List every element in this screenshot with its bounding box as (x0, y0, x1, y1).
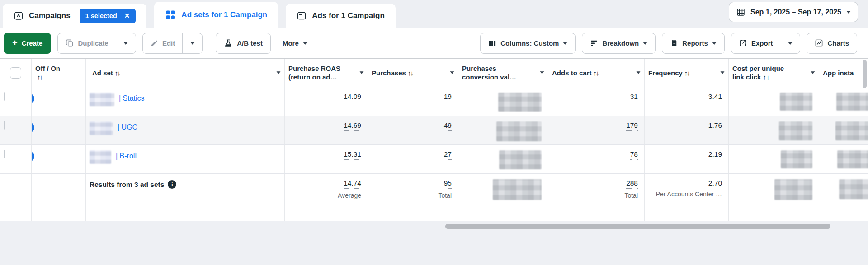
column-menu-icon[interactable] (277, 71, 281, 74)
table-row: | Statics 14.09 19 31 3.41 (0, 87, 868, 116)
duplicate-button[interactable]: Duplicate (58, 33, 116, 53)
columns-button[interactable]: Columns: Custom (480, 33, 576, 54)
export-button[interactable]: Export (731, 33, 780, 53)
adds-to-cart-value[interactable]: 31 (630, 93, 638, 102)
results-label: Results from 3 ad sets (90, 181, 164, 189)
column-header-purchase-roas[interactable]: Purchase ROAS(return on ad… (285, 59, 368, 87)
vertical-scrollbar[interactable] (863, 60, 867, 88)
summary-row: Results from 3 ad sets 14.74Average 95To… (0, 174, 868, 221)
column-menu-icon[interactable] (540, 71, 544, 74)
chevron-down-icon (846, 11, 851, 14)
adds-to-cart-value[interactable]: 78 (630, 150, 638, 160)
breakdown-button[interactable]: Breakdown (582, 33, 656, 54)
row-checkbox[interactable] (4, 92, 5, 101)
clear-selection-icon[interactable]: ✕ (124, 12, 130, 20)
column-header-adds-to-cart[interactable]: Adds to cart↑↓ (548, 59, 645, 87)
redacted-value (498, 93, 542, 112)
redacted-value (774, 179, 812, 200)
redacted-value (779, 121, 812, 140)
column-header-purchases-conversion-value[interactable]: Purchasesconversion val… (458, 59, 548, 87)
chevron-down-icon (563, 42, 567, 45)
ad-sets-icon (165, 9, 176, 20)
duplicate-icon (65, 39, 74, 47)
toolbar-divider (209, 34, 209, 53)
table-row: | UGC 14.69 49 179 1.76 (0, 116, 868, 145)
frequency-total-note: Per Accounts Center … (656, 191, 722, 198)
date-range-picker[interactable]: Sep 1, 2025 – Sep 17, 2025 (729, 2, 858, 22)
edit-button[interactable]: Edit (143, 33, 182, 53)
redacted-value (835, 121, 868, 140)
edit-split-button: Edit (142, 33, 203, 54)
frequency-value: 2.19 (708, 150, 722, 158)
column-menu-icon[interactable] (360, 71, 364, 74)
tab-campaigns[interactable]: Campaigns 1 selected ✕ (3, 4, 146, 28)
ad-sets-table: Off / On↑↓ Ad set↑↓ Purchase ROAS(return… (0, 59, 868, 221)
export-icon (739, 39, 747, 47)
purchases-value[interactable]: 19 (444, 93, 452, 102)
redacted-value (837, 150, 868, 168)
purchases-value[interactable]: 27 (444, 150, 452, 160)
roas-value[interactable]: 15.31 (344, 150, 361, 160)
tab-ads-label: Ads for 1 Campaign (312, 11, 385, 20)
adds-to-cart-value[interactable]: 179 (626, 121, 638, 131)
column-menu-icon[interactable] (450, 71, 454, 74)
column-header-frequency[interactable]: Frequency↑↓ (645, 59, 729, 87)
duplicate-dropdown-button[interactable] (116, 33, 136, 53)
breakdown-icon (590, 39, 598, 47)
adds-to-cart-total[interactable]: 288 (626, 179, 638, 189)
column-menu-icon[interactable] (637, 71, 641, 74)
row-checkbox[interactable] (4, 150, 5, 158)
ad-set-name-link[interactable]: | UGC (118, 121, 137, 131)
column-header-ad-set[interactable]: Ad set↑↓ (86, 59, 285, 87)
roas-total[interactable]: 14.74 (344, 179, 361, 189)
frequency-value: 1.76 (708, 121, 722, 129)
info-icon[interactable] (168, 180, 176, 189)
duplicate-split-button: Duplicate (57, 33, 136, 54)
table-row: | B-roll 15.31 27 78 2.19 (0, 145, 868, 174)
tab-campaigns-label: Campaigns (29, 11, 71, 20)
chevron-down-icon (788, 42, 793, 45)
frequency-value: 3.41 (708, 93, 722, 100)
redacted-text (90, 150, 111, 164)
column-header-app-installs[interactable]: App insta (819, 59, 868, 87)
edit-dropdown-button[interactable] (182, 33, 202, 53)
tab-ad-sets[interactable]: Ad sets for 1 Campaign (154, 2, 278, 28)
flask-icon (224, 39, 233, 48)
redacted-value (839, 179, 868, 199)
sort-icon: ↑↓ (115, 69, 120, 77)
selected-count-badge[interactable]: 1 selected ✕ (80, 9, 136, 23)
charts-button[interactable]: Charts (807, 33, 857, 54)
calendar-icon (736, 7, 745, 17)
redacted-value (780, 93, 812, 111)
ab-test-button[interactable]: A/B test (216, 33, 271, 54)
tab-ads[interactable]: Ads for 1 Campaign (286, 4, 396, 28)
redacted-value (493, 179, 542, 200)
ad-set-name-link[interactable]: | B-roll (116, 150, 137, 160)
column-header-cost-per-unique-link-click[interactable]: Cost per uniquelink click ↑↓ (729, 59, 819, 87)
plus-icon: + (12, 38, 18, 48)
column-header-off-on[interactable]: Off / On↑↓ (32, 59, 86, 87)
horizontal-scrollbar[interactable] (445, 224, 830, 229)
more-button[interactable]: More (283, 39, 307, 47)
chevron-down-icon (712, 42, 717, 45)
redacted-text (90, 121, 113, 135)
ad-set-name-link[interactable]: | Statics (119, 93, 145, 102)
row-checkbox[interactable] (4, 121, 5, 130)
adds-to-cart-total-note: Total (624, 192, 638, 199)
roas-value[interactable]: 14.69 (344, 121, 361, 131)
purchases-total[interactable]: 95 (444, 179, 452, 189)
column-menu-icon[interactable] (811, 71, 815, 74)
date-range-label: Sep 1, 2025 – Sep 17, 2025 (750, 8, 841, 16)
column-menu-icon[interactable] (721, 71, 725, 74)
purchases-total-note: Total (438, 192, 452, 199)
create-button[interactable]: + Create (4, 33, 51, 54)
reports-button[interactable]: Reports (662, 33, 725, 54)
redacted-value (496, 121, 542, 141)
column-header-purchases[interactable]: Purchases↑↓ (368, 59, 458, 87)
columns-icon (488, 39, 496, 47)
select-all-checkbox[interactable] (10, 67, 21, 79)
purchases-value[interactable]: 49 (444, 121, 452, 131)
export-dropdown-button[interactable] (780, 33, 800, 53)
roas-value[interactable]: 14.09 (344, 93, 361, 102)
sort-icon: ↑↓ (594, 69, 599, 77)
